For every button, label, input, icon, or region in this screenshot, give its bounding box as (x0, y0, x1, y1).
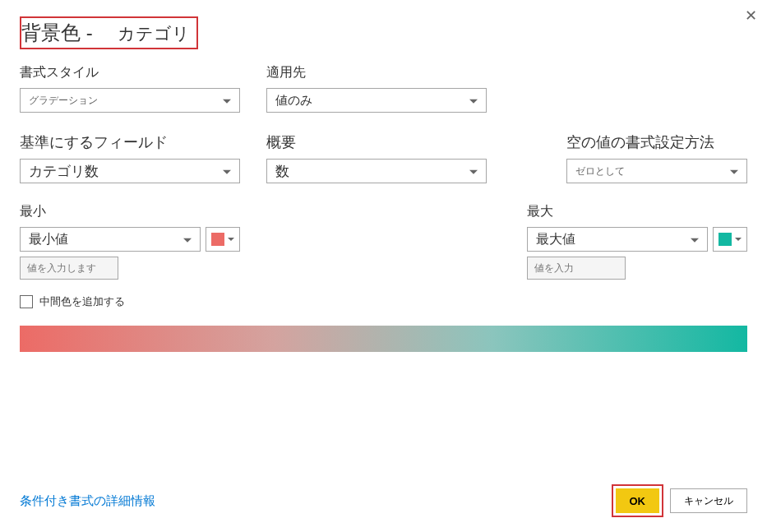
empty-format-label: 空の値の書式設定方法 (566, 132, 747, 152)
row-min-max: 最小 最小値 最大 最大値 (20, 203, 747, 280)
dialog-footer: 条件付き書式の詳細情報 OK キャンセル (20, 484, 747, 517)
max-input[interactable] (527, 257, 626, 280)
gradient-preview (20, 326, 747, 352)
format-style-label: 書式スタイル (20, 64, 240, 81)
dialog-title: 背景色 - カテゴリ (20, 16, 198, 49)
empty-format-select[interactable]: ゼロとして (566, 159, 747, 183)
field-max: 最大 最大値 (527, 203, 747, 280)
format-style-select[interactable]: グラデーション (20, 88, 240, 113)
apply-to-value: 値のみ (275, 93, 312, 109)
min-color-picker[interactable] (206, 227, 240, 252)
empty-format-value: ゼロとして (575, 164, 625, 178)
ok-button[interactable]: OK (616, 488, 660, 513)
title-sub: カテゴリ (118, 24, 190, 43)
min-color-swatch (211, 233, 224, 246)
base-field-select[interactable]: カテゴリ数 (20, 159, 240, 183)
add-midcolor-checkbox[interactable] (20, 295, 33, 308)
learn-more-link[interactable]: 条件付き書式の詳細情報 (20, 493, 155, 509)
max-select[interactable]: 最大値 (527, 227, 708, 252)
min-select[interactable]: 最小値 (20, 227, 201, 252)
summary-value: 数 (275, 162, 289, 181)
apply-to-select[interactable]: 値のみ (266, 88, 487, 113)
field-min: 最小 最小値 (20, 203, 240, 280)
base-field-label: 基準にするフィールド (20, 132, 240, 152)
max-group: 最大値 (527, 227, 747, 280)
apply-to-label: 適用先 (266, 64, 487, 81)
close-icon: ✕ (745, 7, 757, 24)
max-value: 最大値 (536, 231, 575, 248)
field-empty-format: 空の値の書式設定方法 ゼロとして (566, 132, 747, 183)
min-group: 最小値 (20, 227, 240, 280)
add-midcolor-label: 中間色を追加する (39, 294, 125, 309)
title-main: 背景色 - (21, 21, 93, 44)
background-color-dialog: ✕ 背景色 - カテゴリ 書式スタイル グラデーション 適用先 値のみ 基準にす… (0, 0, 767, 532)
row-base-summary-empty: 基準にするフィールド カテゴリ数 概要 数 空の値の書式設定方法 ゼロとして (20, 132, 747, 183)
cancel-button[interactable]: キャンセル (670, 488, 747, 513)
max-color-swatch (718, 233, 732, 246)
ok-button-highlight: OK (612, 484, 664, 517)
max-color-picker[interactable] (713, 227, 747, 252)
min-value: 最小値 (29, 231, 68, 248)
row-format-apply: 書式スタイル グラデーション 適用先 値のみ (20, 64, 747, 113)
summary-label: 概要 (266, 132, 487, 152)
base-field-value: カテゴリ数 (29, 162, 99, 181)
format-style-value: グラデーション (29, 94, 98, 108)
min-input[interactable] (20, 257, 118, 280)
field-base: 基準にするフィールド カテゴリ数 (20, 132, 240, 183)
summary-select[interactable]: 数 (266, 159, 487, 183)
field-format-style: 書式スタイル グラデーション (20, 64, 240, 113)
max-label: 最大 (527, 203, 747, 220)
min-label: 最小 (20, 203, 240, 220)
field-apply-to: 適用先 値のみ (266, 64, 487, 113)
add-midcolor-row: 中間色を追加する (20, 294, 747, 309)
field-summary: 概要 数 (266, 132, 487, 183)
footer-buttons: OK キャンセル (612, 484, 748, 517)
close-button[interactable]: ✕ (745, 7, 757, 25)
